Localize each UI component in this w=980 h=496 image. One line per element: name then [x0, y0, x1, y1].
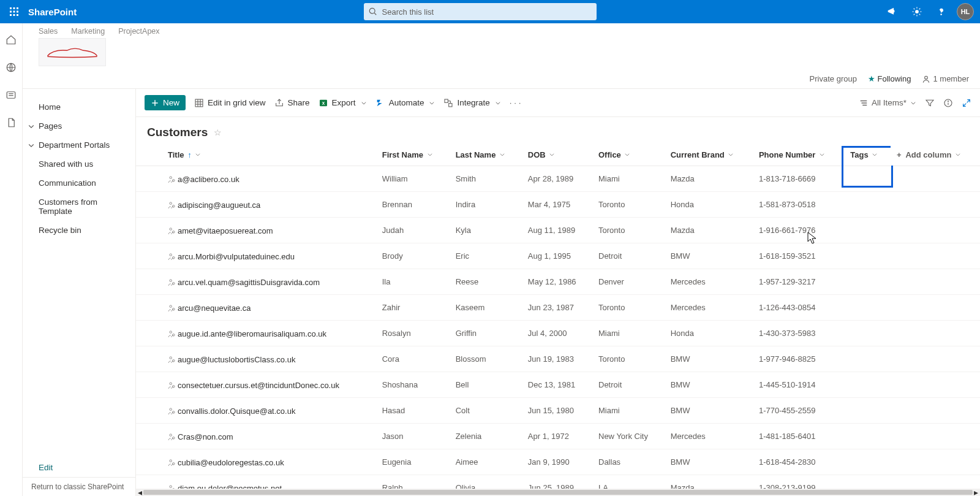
integrate-button[interactable]: Integrate: [443, 98, 500, 108]
sidebar-item-label: Shared with us: [39, 159, 93, 169]
breadcrumb-item[interactable]: Marketing: [71, 27, 105, 36]
table-row[interactable]: adipiscing@augueut.caBrennanIndiraMar 4,…: [136, 192, 980, 218]
sidebar-item[interactable]: Recycle bin: [23, 221, 135, 240]
classic-link[interactable]: Return to classic SharePoint: [23, 477, 135, 496]
column-header-dob[interactable]: DOB: [522, 144, 592, 166]
cell-title[interactable]: amet@vitaeposuereat.com: [162, 218, 376, 243]
cell-title[interactable]: arcu.vel.quam@sagittisDuisgravida.com: [162, 269, 376, 295]
cell-phone: 1-770-455-2559: [753, 398, 844, 424]
column-header-phone[interactable]: Phone Number: [753, 144, 844, 166]
table-row[interactable]: arcu.Morbi@vulputateduinec.eduBrodyEricA…: [136, 243, 980, 269]
cell-brand: BMW: [665, 449, 753, 475]
sidebar-item[interactable]: Customers from Template: [23, 193, 135, 221]
sidebar-item[interactable]: Shared with us: [23, 155, 135, 174]
chevron-down-icon: [624, 151, 630, 158]
sidebar-item[interactable]: Pages: [23, 116, 135, 135]
cell-title[interactable]: arcu.Morbi@vulputateduinec.edu: [162, 243, 376, 269]
cell-title[interactable]: diam.eu.dolor@necmetus.net: [162, 475, 376, 489]
table-row[interactable]: augue.id.ante@liberomaurisaliquam.co.ukR…: [136, 321, 980, 346]
svg-point-54: [173, 360, 175, 362]
members-link[interactable]: 1 member: [922, 74, 969, 83]
follow-toggle[interactable]: ★ Following: [868, 74, 911, 83]
svg-rect-3: [10, 11, 12, 13]
column-header-first[interactable]: First Name: [376, 144, 450, 166]
table-row[interactable]: arcu.vel.quam@sagittisDuisgravida.comIla…: [136, 269, 980, 295]
share-button[interactable]: Share: [274, 98, 310, 108]
cell-title[interactable]: arcu@nequevitae.ca: [162, 295, 376, 321]
megaphone-icon[interactable]: [883, 2, 902, 21]
new-button[interactable]: New: [145, 95, 186, 110]
cell-title[interactable]: augue@luctuslobortisClass.co.uk: [162, 346, 376, 372]
cell-dob: Mar 4, 1975: [522, 192, 592, 218]
cell-tags: [844, 398, 891, 424]
table-row[interactable]: cubilia@eudoloregestas.co.ukEugeniaAimee…: [136, 449, 980, 475]
file-icon[interactable]: [6, 117, 17, 130]
cell-tags: [844, 166, 891, 192]
site-logo[interactable]: [39, 38, 106, 66]
svg-point-9: [369, 8, 375, 13]
table-row[interactable]: amet@vitaeposuereat.comJudahKylaAug 11, …: [136, 218, 980, 243]
cell-first: Rosalyn: [376, 321, 450, 346]
chevron-down-icon: [427, 151, 433, 158]
info-icon[interactable]: [943, 98, 953, 108]
table-row[interactable]: a@aclibero.co.ukWilliamSmithApr 28, 1989…: [136, 166, 980, 192]
view-selector[interactable]: All Items*: [859, 98, 916, 107]
cell-title[interactable]: convallis.dolor.Quisque@at.co.uk: [162, 398, 376, 424]
cell-last: Eric: [450, 243, 522, 269]
horizontal-scrollbar[interactable]: ◂ ▸: [136, 489, 980, 496]
table-row[interactable]: diam.eu.dolor@necmetus.netRalphOliviaJun…: [136, 475, 980, 489]
globe-icon[interactable]: [6, 62, 17, 75]
edit-grid-button[interactable]: Edit in grid view: [194, 98, 266, 108]
select-all-column[interactable]: [136, 144, 162, 166]
cell-title[interactable]: adipiscing@augueut.ca: [162, 192, 376, 218]
scroll-left-icon[interactable]: ◂: [138, 487, 142, 496]
cell-phone: 1-618-159-3521: [753, 243, 844, 269]
svg-point-61: [170, 460, 172, 462]
suite-bar: SharePoint Search this list HL: [0, 0, 980, 23]
app-launcher-icon[interactable]: [2, 0, 26, 23]
cell-title[interactable]: Cras@non.com: [162, 424, 376, 449]
shared-icon: [168, 406, 176, 415]
table-row[interactable]: augue@luctuslobortisClass.co.ukCoraBloss…: [136, 346, 980, 372]
home-icon[interactable]: [6, 34, 17, 47]
table-row[interactable]: Cras@non.comJasonZeleniaApr 1, 1972New Y…: [136, 424, 980, 449]
column-header-last[interactable]: Last Name: [450, 144, 522, 166]
svg-point-57: [170, 408, 172, 411]
product-name[interactable]: SharePoint: [28, 7, 77, 17]
add-column-button[interactable]: + Add column: [891, 144, 980, 166]
automate-button[interactable]: Automate: [375, 98, 435, 108]
table-row[interactable]: arcu@nequevitae.caZahirKaseemJun 23, 198…: [136, 295, 980, 321]
command-bar: New Edit in grid view Share X Export: [136, 89, 980, 117]
nav-edit[interactable]: Edit: [23, 458, 135, 477]
cell-title[interactable]: cubilia@eudoloregestas.co.uk: [162, 449, 376, 475]
table-row[interactable]: consectetuer.cursus.et@tinciduntDonec.co…: [136, 372, 980, 398]
avatar[interactable]: HL: [957, 3, 974, 20]
export-button[interactable]: X Export: [318, 98, 367, 108]
cell-title[interactable]: consectetuer.cursus.et@tinciduntDonec.co…: [162, 372, 376, 398]
expand-icon[interactable]: [962, 98, 971, 108]
filter-icon[interactable]: [925, 98, 935, 108]
sidebar-item[interactable]: Home: [23, 97, 135, 116]
breadcrumb-item[interactable]: ProjectApex: [118, 27, 159, 36]
cell-title[interactable]: augue.id.ante@liberomaurisaliquam.co.uk: [162, 321, 376, 346]
sidebar-item[interactable]: Communication: [23, 174, 135, 193]
cell-first: William: [376, 166, 450, 192]
sidebar-item[interactable]: Department Portals: [23, 135, 135, 155]
search-input[interactable]: Search this list: [364, 3, 597, 20]
column-header-office[interactable]: Office: [592, 144, 665, 166]
more-button[interactable]: · · ·: [510, 98, 521, 107]
table-row[interactable]: convallis.dolor.Quisque@at.co.ukHasadCol…: [136, 398, 980, 424]
chevron-down-icon: [28, 123, 35, 130]
breadcrumb-item[interactable]: Sales: [39, 27, 58, 36]
news-icon[interactable]: [6, 90, 17, 102]
cell-title[interactable]: a@aclibero.co.uk: [162, 166, 376, 192]
scroll-right-icon[interactable]: ▸: [974, 487, 978, 496]
column-header-title[interactable]: Title ↑: [162, 144, 376, 166]
gear-icon[interactable]: [908, 2, 926, 21]
help-icon[interactable]: [932, 2, 951, 21]
favorite-star-icon[interactable]: ☆: [214, 128, 222, 137]
column-header-brand[interactable]: Current Brand: [665, 144, 753, 166]
shared-icon: [168, 278, 176, 286]
cell-last: Bell: [450, 372, 522, 398]
column-header-tags[interactable]: Tags: [844, 144, 891, 166]
